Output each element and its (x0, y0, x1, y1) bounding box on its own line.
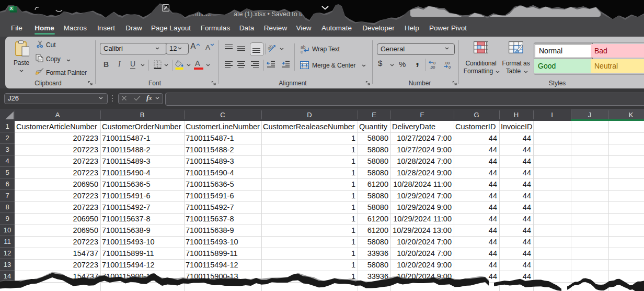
svg-text:0: 0 (448, 65, 451, 69)
svg-text:.00: .00 (430, 65, 435, 69)
